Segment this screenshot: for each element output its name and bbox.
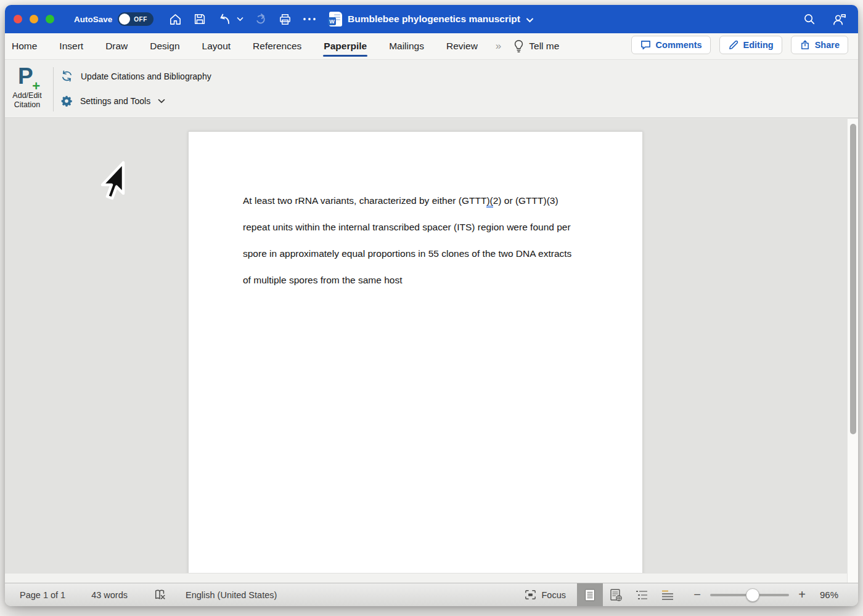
save-icon — [193, 12, 207, 26]
editing-button[interactable]: Editing — [719, 36, 782, 54]
text-line[interactable]: At least two rRNA variants, characterize… — [243, 187, 600, 214]
home-icon — [168, 12, 182, 26]
undo-menu-button[interactable] — [236, 11, 243, 27]
tell-me[interactable]: Tell me — [513, 39, 559, 53]
toggle-knob — [119, 14, 130, 25]
status-bar: Page 1 of 1 43 words English (United Sta… — [5, 583, 858, 606]
language-status[interactable]: English (United States) — [186, 590, 277, 600]
share-button[interactable]: Share — [791, 36, 848, 54]
tab-paperpile[interactable]: Paperpile — [323, 37, 367, 55]
pencil-icon — [728, 39, 739, 51]
tab-layout[interactable]: Layout — [202, 37, 232, 55]
horizontal-scroll-area[interactable] — [5, 573, 847, 583]
chevron-down-icon — [158, 99, 165, 103]
web-layout-view-button[interactable] — [603, 583, 629, 606]
paperpile-logo: P + — [14, 63, 41, 91]
draft-view-icon — [661, 590, 674, 601]
window-title[interactable]: Bumblebee phylogenetics manuscript — [348, 14, 520, 25]
format-consistency-mark: )( — [486, 195, 493, 208]
mouse-cursor — [96, 161, 128, 205]
zoom-in-button[interactable]: + — [794, 588, 810, 602]
focus-toggle[interactable]: Focus — [525, 590, 566, 600]
save-button[interactable] — [192, 11, 208, 27]
redo-icon — [253, 12, 268, 26]
zoom-slider[interactable] — [710, 588, 789, 602]
autosave-state: OFF — [134, 16, 147, 23]
text-line[interactable]: repeat units within the internal transcr… — [243, 214, 600, 240]
autosave-toggle[interactable]: OFF — [118, 12, 153, 26]
proofing-status[interactable] — [153, 588, 167, 601]
web-layout-icon — [610, 588, 623, 602]
add-edit-citation-button[interactable]: P + Add/Edit Citation — [5, 62, 49, 114]
gear-icon — [60, 95, 73, 107]
traffic-lights — [14, 15, 54, 23]
tab-overflow-chevron[interactable]: » — [496, 40, 500, 52]
word-window: AutoSave OFF — [5, 5, 858, 606]
account-icon — [832, 12, 847, 26]
document-page[interactable]: At least two rRNA variants, characterize… — [188, 131, 643, 577]
tab-design[interactable]: Design — [149, 37, 180, 55]
share-icon — [800, 39, 811, 51]
comment-icon — [640, 39, 652, 51]
search-icon — [803, 12, 816, 26]
tell-me-label: Tell me — [529, 41, 559, 52]
comments-button[interactable]: Comments — [631, 36, 711, 54]
print-icon — [278, 12, 292, 26]
proofing-error-icon — [153, 588, 167, 601]
title-bar: AutoSave OFF — [5, 5, 858, 33]
lightbulb-icon — [513, 39, 524, 53]
account-button[interactable] — [831, 11, 847, 27]
print-button[interactable] — [277, 11, 293, 27]
print-layout-icon — [584, 588, 596, 602]
undo-button[interactable] — [216, 11, 232, 27]
paperpile-ribbon: P + Add/Edit Citation Update Citations a… — [5, 59, 858, 118]
page-count[interactable]: Page 1 of 1 — [20, 590, 65, 600]
add-edit-citation-label: Add/Edit Citation — [12, 91, 41, 110]
more-icon — [302, 17, 317, 22]
settings-tools-button[interactable]: Settings and Tools — [60, 95, 165, 107]
draft-view-button[interactable] — [655, 583, 681, 606]
print-layout-view-button[interactable] — [577, 583, 603, 606]
focus-label: Focus — [542, 590, 566, 600]
document-text[interactable]: At least two rRNA variants, characterize… — [243, 187, 600, 293]
zoom-percentage[interactable]: 96% — [810, 590, 848, 600]
ribbon-group-divider — [53, 67, 54, 111]
title-chevron-down-icon[interactable] — [526, 17, 534, 23]
word-count[interactable]: 43 words — [91, 590, 128, 600]
update-citations-button[interactable]: Update Citations and Bibliography — [60, 70, 211, 83]
tab-references[interactable]: References — [252, 37, 302, 55]
document-area: At least two rRNA variants, characterize… — [5, 119, 858, 583]
search-button[interactable] — [801, 11, 817, 27]
close-button[interactable] — [14, 15, 22, 23]
chevron-down-icon — [237, 17, 243, 22]
home-button[interactable] — [167, 11, 183, 27]
tab-draw[interactable]: Draw — [105, 37, 128, 55]
more-button[interactable] — [301, 11, 317, 27]
fullscreen-button[interactable] — [46, 15, 54, 23]
outline-view-button[interactable] — [629, 583, 655, 606]
autosave-label: AutoSave — [74, 15, 112, 24]
tab-review[interactable]: Review — [446, 37, 478, 55]
document-icon: W — [329, 12, 342, 26]
tab-mailings[interactable]: Mailings — [388, 37, 425, 55]
scrollbar-thumb[interactable] — [850, 124, 856, 434]
tab-insert[interactable]: Insert — [59, 37, 84, 55]
zoom-slider-thumb[interactable] — [746, 588, 759, 602]
tab-home[interactable]: Home — [11, 37, 38, 55]
zoom-out-button[interactable]: − — [689, 588, 705, 602]
undo-icon — [217, 12, 232, 26]
minimize-button[interactable] — [30, 15, 38, 23]
outline-view-icon — [635, 590, 648, 601]
redo-button[interactable] — [252, 11, 268, 27]
sync-icon — [60, 70, 73, 83]
vertical-scrollbar[interactable] — [847, 119, 858, 583]
text-line[interactable]: spore in approximately equal proportions… — [243, 240, 600, 267]
text-line[interactable]: of multiple spores from the same host — [243, 267, 600, 293]
focus-icon — [525, 590, 536, 600]
